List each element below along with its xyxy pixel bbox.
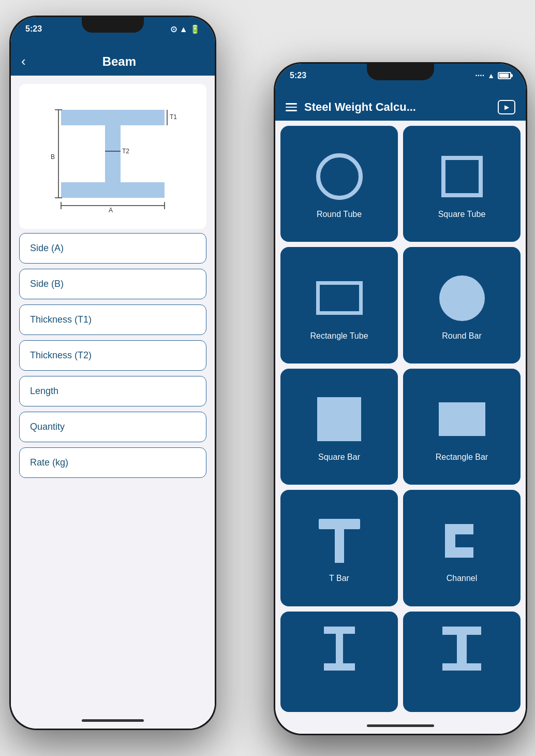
input-quantity[interactable]: Quantity [19, 412, 206, 442]
svg-rect-17 [445, 547, 473, 558]
shape-rect-tube-container [314, 272, 365, 324]
round-tube-shape [316, 153, 363, 200]
phone2-status-bar: 5:23 ···· ▲ [275, 64, 526, 94]
rect-tube-shape [316, 281, 363, 315]
t-bar-shape [319, 519, 360, 563]
svg-rect-23 [442, 663, 481, 671]
svg-rect-20 [324, 663, 355, 671]
shape-channel-container [436, 515, 488, 566]
phone1-content: T1 T2 B A [11, 76, 215, 712]
grid-item-square-bar[interactable]: Square Bar [280, 369, 398, 485]
shape-t-bar-container [314, 515, 365, 566]
svg-rect-19 [336, 634, 343, 663]
scene: 5:23 ⊙ ▲ 🔋 ‹ Beam [0, 0, 535, 756]
channel-shape [442, 521, 481, 560]
phone2-home-indicator [275, 717, 526, 734]
svg-rect-16 [445, 524, 473, 534]
input-thickness-t1[interactable]: Thickness (T1) [19, 304, 206, 335]
rect-bar-shape [439, 402, 485, 436]
round-bar-shape [439, 275, 485, 321]
shape-round-tube-container [314, 151, 365, 202]
play-button[interactable]: ▶ [498, 100, 515, 114]
phone2-status-row: 5:23 ···· ▲ [275, 71, 526, 80]
phone1-home-indicator [11, 712, 215, 729]
phone1-device: 5:23 ⊙ ▲ 🔋 ‹ Beam [9, 16, 216, 730]
grid-item-rect-tube[interactable]: Rectangle Tube [280, 247, 398, 363]
status-right-icons: ···· ▲ [475, 71, 511, 80]
grid-item-square-tube[interactable]: Square Tube [403, 126, 521, 242]
beam-svg: T1 T2 B A [46, 99, 180, 213]
phone1-header: ‹ Beam [11, 47, 215, 76]
shape-grid: Round Tube Square Tube Rectangle Tube [275, 121, 526, 717]
grid-item-t-bar[interactable]: T Bar [280, 490, 398, 606]
square-tube-label: Square Tube [438, 210, 486, 219]
grid-item-i-beam[interactable] [280, 612, 398, 712]
svg-text:T1: T1 [170, 113, 177, 121]
svg-rect-2 [61, 182, 165, 198]
round-bar-label: Round Bar [442, 331, 482, 341]
round-tube-label: Round Tube [317, 210, 362, 219]
phone2-page-title: Steel Weight Calcu... [304, 100, 491, 114]
channel-label: Channel [447, 574, 478, 583]
phone2-device: 5:23 ···· ▲ Steel Weight Calcu... ▶ [274, 62, 527, 735]
svg-rect-21 [442, 627, 481, 635]
input-rate[interactable]: Rate (kg) [19, 447, 206, 478]
square-bar-shape [317, 397, 361, 441]
grid-item-round-bar[interactable]: Round Bar [403, 247, 521, 363]
grid-item-round-tube[interactable]: Round Tube [280, 126, 398, 242]
shape-round-bar-container [436, 272, 488, 324]
hamburger-menu-button[interactable] [286, 103, 297, 111]
home-bar2 [367, 724, 434, 727]
shape-rect-bar-container [436, 394, 488, 445]
phone2-time: 5:23 [290, 71, 306, 80]
battery-icon [498, 72, 511, 79]
svg-rect-0 [61, 110, 165, 125]
beam-diagram: T1 T2 B A [19, 84, 206, 229]
svg-rect-18 [324, 627, 355, 634]
i-beam-shape [324, 627, 355, 671]
t-beam-shape [442, 627, 481, 671]
wifi-icon: ▲ [487, 71, 495, 80]
t-bar-label: T Bar [329, 574, 349, 583]
phone1-status-row: 5:23 ⊙ ▲ 🔋 [11, 24, 215, 34]
svg-text:T2: T2 [122, 148, 129, 155]
shape-square-tube-container [436, 151, 488, 202]
grid-item-t-beam[interactable] [403, 612, 521, 712]
rect-tube-label: Rectangle Tube [310, 331, 368, 341]
grid-item-channel[interactable]: Channel [403, 490, 521, 606]
home-bar [82, 719, 144, 722]
phone2-header: Steel Weight Calcu... ▶ [275, 94, 526, 121]
back-button[interactable]: ‹ [21, 53, 26, 69]
input-list: Side (A) Side (B) Thickness (T1) Thickne… [11, 233, 215, 478]
input-side-a[interactable]: Side (A) [19, 233, 206, 264]
square-bar-label: Square Bar [318, 453, 360, 462]
rect-bar-label: Rectangle Bar [436, 453, 488, 462]
dots-icon: ···· [475, 71, 484, 80]
input-side-b[interactable]: Side (B) [19, 269, 206, 299]
input-thickness-t2[interactable]: Thickness (T2) [19, 340, 206, 371]
square-tube-shape [441, 156, 483, 197]
shape-square-bar-container [314, 394, 365, 445]
phone1-page-title: Beam [34, 54, 204, 69]
phone1-status-icons: ⊙ ▲ 🔋 [170, 24, 200, 34]
input-length[interactable]: Length [19, 376, 206, 406]
svg-rect-1 [105, 125, 121, 182]
phone1-time: 5:23 [25, 24, 42, 34]
svg-text:A: A [109, 207, 113, 213]
phone1-status-bar: 5:23 ⊙ ▲ 🔋 [11, 17, 215, 47]
svg-text:B: B [51, 153, 55, 161]
shape-t-beam-container [436, 623, 488, 675]
grid-item-rect-bar[interactable]: Rectangle Bar [403, 369, 521, 485]
shape-i-beam-container [314, 623, 365, 675]
